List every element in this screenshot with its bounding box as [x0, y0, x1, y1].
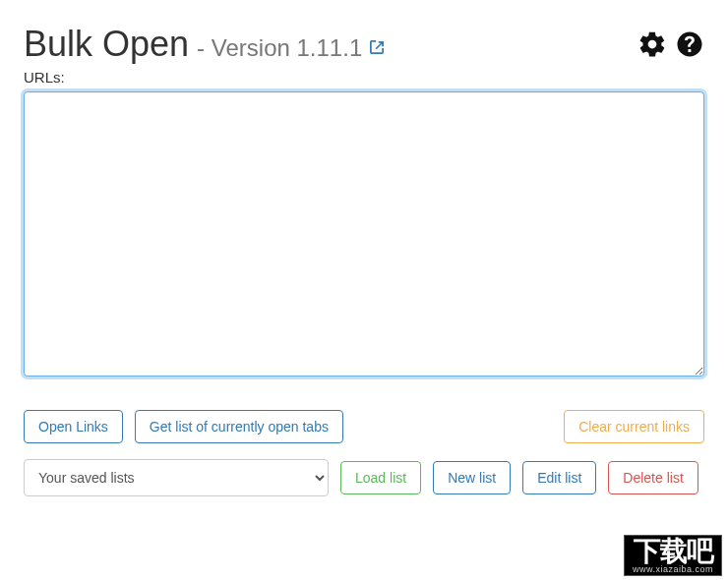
saved-lists-select[interactable]: Your saved lists — [24, 459, 329, 496]
header: Bulk Open - Version 1.11.1 — [24, 24, 704, 65]
open-links-button[interactable]: Open Links — [24, 410, 123, 443]
help-icon[interactable] — [675, 29, 704, 63]
header-icons — [637, 24, 704, 63]
action-row-1: Open Links Get list of currently open ta… — [24, 410, 704, 443]
app-title: Bulk Open — [24, 24, 189, 65]
external-link-icon[interactable] — [370, 40, 384, 58]
title-wrap: Bulk Open - Version 1.11.1 — [24, 24, 384, 65]
version-text: - Version 1.11.1 — [197, 34, 362, 62]
action-row-2: Your saved lists Load list New list Edit… — [24, 459, 704, 496]
load-list-button[interactable]: Load list — [340, 461, 421, 494]
edit-list-button[interactable]: Edit list — [522, 461, 596, 494]
watermark: 下载吧 www.xiazaiba.com — [624, 535, 722, 576]
gear-icon[interactable] — [637, 29, 667, 63]
watermark-url: www.xiazaiba.com — [633, 565, 713, 574]
urls-textarea[interactable] — [24, 91, 704, 377]
get-open-tabs-button[interactable]: Get list of currently open tabs — [135, 410, 343, 443]
delete-list-button[interactable]: Delete list — [608, 461, 698, 494]
watermark-text: 下载吧 — [633, 538, 713, 565]
new-list-button[interactable]: New list — [433, 461, 511, 494]
clear-links-button[interactable]: Clear current links — [564, 410, 704, 443]
urls-label: URLs: — [24, 69, 704, 86]
